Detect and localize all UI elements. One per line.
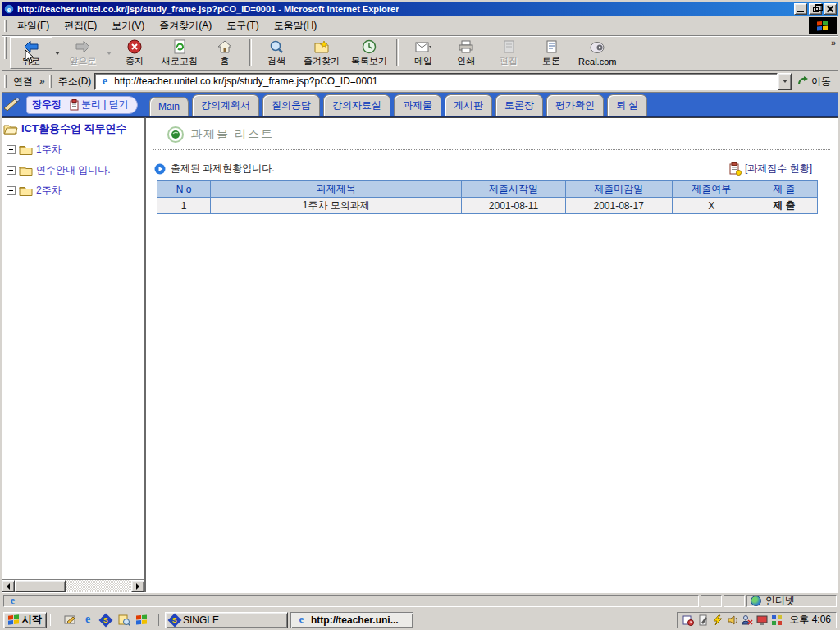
- menu-help[interactable]: 도움말(H): [267, 16, 325, 35]
- detach-close-link[interactable]: 분리 | 닫기: [81, 98, 129, 112]
- score-status-link[interactable]: [과제점수 현황]: [728, 162, 830, 176]
- menu-bar: 파일(F) 편집(E) 보기(V) 즐겨찾기(A) 도구(T) 도움말(H): [2, 16, 838, 36]
- clipboard-icon: [70, 99, 79, 111]
- minimize-button[interactable]: [794, 3, 807, 15]
- expand-plus-icon[interactable]: [7, 145, 16, 154]
- history-button[interactable]: 목록보기: [345, 37, 393, 69]
- address-input[interactable]: e http://teacher.unitel.co.kr/jsp/study_…: [94, 73, 778, 90]
- menu-edit[interactable]: 편집(E): [57, 16, 104, 35]
- tree-item-week2[interactable]: 2주차: [7, 184, 143, 198]
- tree-item-guide[interactable]: 연수안내 입니다.: [7, 163, 143, 177]
- list-bullet-icon: [167, 126, 184, 143]
- links-chevron[interactable]: »: [36, 75, 48, 87]
- taskbar: 시작 e S S SINGLE e http://teacher.uni...: [2, 609, 838, 630]
- refresh-button[interactable]: 새로고침: [156, 37, 203, 69]
- score-link-label[interactable]: [과제점수 현황]: [745, 162, 812, 176]
- go-button[interactable]: 이동: [792, 72, 837, 91]
- forward-button[interactable]: 앞으로: [62, 37, 104, 69]
- tab-syllabus[interactable]: 강의계획서: [192, 94, 259, 116]
- search-button[interactable]: 검색: [255, 37, 298, 69]
- viewer-launch-icon[interactable]: [117, 614, 130, 627]
- windows-app-icon[interactable]: [135, 614, 148, 627]
- close-button[interactable]: [824, 3, 837, 15]
- pen-tray-icon[interactable]: [697, 614, 709, 626]
- lightning-tray-icon[interactable]: [712, 614, 724, 626]
- tab-discussion[interactable]: 토론장: [495, 94, 543, 116]
- theme-tray-icon[interactable]: [771, 614, 783, 626]
- folder-icon: [19, 185, 33, 196]
- menu-view[interactable]: 보기(V): [104, 16, 152, 35]
- menu-favorites[interactable]: 즐겨찾기(A): [152, 16, 219, 35]
- address-url-text[interactable]: http://teacher.unitel.co.kr/jsp/study_fr…: [114, 75, 377, 87]
- forward-dropdown[interactable]: [104, 37, 113, 69]
- zone-label: 인터넷: [765, 594, 795, 608]
- print-button[interactable]: 인쇄: [445, 37, 487, 69]
- home-button[interactable]: 홈: [203, 37, 246, 69]
- realcom-button[interactable]: Real.com: [573, 37, 622, 69]
- tab-materials[interactable]: 강의자료실: [323, 94, 390, 116]
- tree-root-node[interactable]: ICT활용수업 직무연수: [3, 121, 143, 136]
- task-ie[interactable]: e http://teacher.uni...: [290, 612, 413, 628]
- address-grip[interactable]: [49, 75, 52, 87]
- stop-button[interactable]: 중지: [113, 37, 156, 69]
- menu-file[interactable]: 파일(F): [10, 16, 57, 35]
- display-tray-icon[interactable]: [756, 614, 768, 626]
- restore-button[interactable]: [809, 3, 822, 15]
- show-desktop-icon[interactable]: [63, 614, 76, 627]
- sidebar-horizontal-scrollbar[interactable]: [2, 579, 144, 592]
- tree-item-week1[interactable]: 1주차: [7, 143, 143, 157]
- notice: 출제된 과제현황입니다.: [154, 162, 275, 176]
- tasks-grip[interactable]: [157, 614, 159, 626]
- tab-evaluation[interactable]: 평가확인: [546, 94, 604, 116]
- edit-button[interactable]: 편집: [487, 37, 530, 69]
- volume-tray-icon[interactable]: [727, 614, 738, 626]
- page-header: 과제물 리스트: [153, 125, 830, 150]
- scrollbar-track[interactable]: [15, 580, 131, 592]
- standard-toolbar: 뒤로 앞으로 중지 새로고침 홈 검색 즐겨찾기: [2, 36, 838, 71]
- scroll-right-button[interactable]: [131, 580, 144, 592]
- menubar-grip[interactable]: [4, 20, 7, 32]
- status-bar: e 인터넷: [2, 592, 838, 609]
- scrollbar-thumb[interactable]: [15, 580, 66, 592]
- tree-item-label[interactable]: 2주차: [36, 184, 62, 198]
- mail-button[interactable]: 메일: [402, 37, 445, 69]
- start-button[interactable]: 시작: [3, 612, 47, 628]
- scroll-left-button[interactable]: [2, 580, 15, 592]
- tab-homework[interactable]: 과제물: [394, 94, 441, 116]
- print-icon: [458, 39, 474, 54]
- tab-board[interactable]: 게시판: [445, 94, 492, 116]
- toolbar-grip[interactable]: [4, 37, 7, 59]
- menu-tools[interactable]: 도구(T): [219, 16, 266, 35]
- status-pane-1: [701, 595, 722, 607]
- address-dropdown[interactable]: [778, 73, 792, 90]
- discuss-button[interactable]: 토론: [530, 37, 573, 69]
- unitel-launch-icon[interactable]: S: [99, 614, 112, 627]
- tree-item-label[interactable]: 1주차: [36, 143, 62, 157]
- quicklaunch-grip[interactable]: [50, 614, 52, 626]
- ie-launch-icon[interactable]: e: [81, 614, 94, 627]
- submit-link[interactable]: 제 출: [751, 198, 817, 214]
- expand-plus-icon[interactable]: [7, 166, 16, 175]
- tree-root-label[interactable]: ICT활용수업 직무연수: [21, 121, 127, 136]
- restore-icon: [813, 7, 819, 12]
- links-grip[interactable]: [4, 75, 7, 87]
- toolbar-overflow-chevron[interactable]: »: [831, 38, 836, 48]
- ie-app-icon: e: [3, 3, 15, 15]
- tab-exit[interactable]: 퇴 실: [607, 94, 647, 116]
- tree-item-label[interactable]: 연수안내 입니다.: [36, 163, 111, 177]
- favorites-button[interactable]: 즐겨찾기: [298, 37, 345, 69]
- expand-plus-icon[interactable]: [7, 186, 16, 195]
- start-label: 시작: [22, 613, 42, 627]
- back-dropdown[interactable]: [52, 37, 62, 69]
- task-single[interactable]: S SINGLE: [165, 612, 288, 628]
- title-bar[interactable]: e http://teacher.unitel.co.kr/jsp/study_…: [2, 2, 838, 16]
- scheduler-tray-icon[interactable]: [682, 614, 694, 626]
- quick-launch: e S: [58, 614, 153, 627]
- tab-qna[interactable]: 질의응답: [262, 94, 320, 116]
- tab-main[interactable]: Main: [149, 97, 189, 116]
- users-tray-icon[interactable]: [742, 614, 753, 626]
- clock[interactable]: 오후 4:06: [789, 613, 831, 627]
- realcom-icon: [589, 39, 605, 56]
- homework-title-link[interactable]: 1주차 모의과제: [211, 198, 462, 214]
- discuss-icon: [544, 39, 559, 54]
